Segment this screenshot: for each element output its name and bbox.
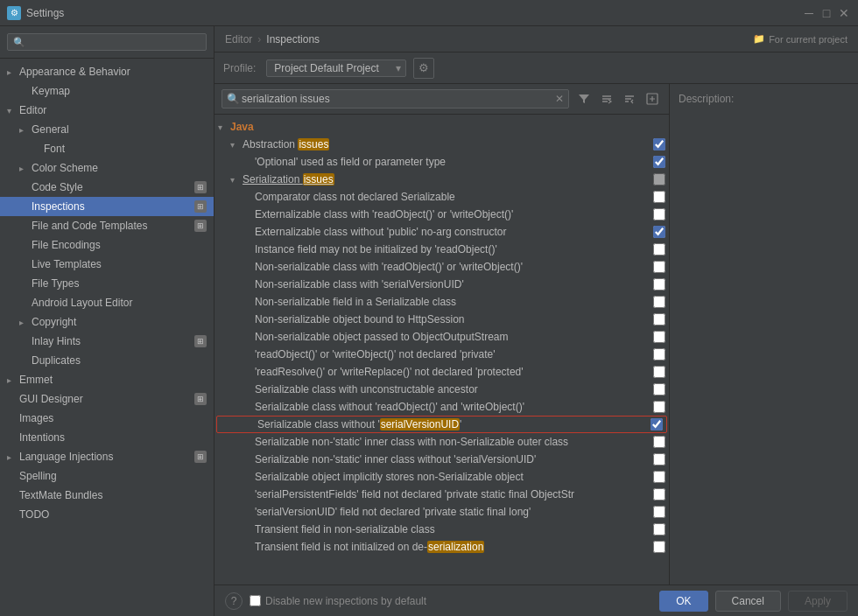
transient-nonser-checkbox[interactable] [653, 523, 665, 536]
sidebar-item-images[interactable]: Images [0, 409, 214, 428]
sidebar-item-duplicates[interactable]: Duplicates [0, 351, 214, 370]
sidebar-item-live-templates[interactable]: Live Templates [0, 255, 214, 274]
nonser-outputstream-row[interactable]: Non-serializable object passed to Object… [214, 328, 669, 346]
disable-new-inspections-checkbox[interactable] [250, 595, 261, 606]
profile-dropdown[interactable]: Project Default Project [266, 60, 406, 77]
sidebar-item-spelling[interactable]: Spelling [0, 466, 214, 486]
sidebar-item-textmate-bundles[interactable]: TextMate Bundles [0, 486, 214, 505]
sidebar-item-appearance[interactable]: ▸ Appearance & Behavior [0, 62, 214, 81]
ser-no-versionuid-checkbox[interactable] [651, 418, 663, 430]
sidebar-item-file-encodings[interactable]: File Encodings [0, 235, 214, 255]
readobject-private-checkbox[interactable] [653, 348, 665, 360]
nonser-bound-row[interactable]: Non-serializable object bound to HttpSes… [214, 311, 669, 328]
help-button[interactable]: ? [225, 592, 243, 610]
externalizable-readobject-row[interactable]: Externalizable class with 'readObject()'… [214, 206, 669, 223]
minimize-button[interactable]: ─ [802, 6, 816, 20]
apply-button[interactable]: Apply [788, 591, 847, 612]
sidebar-item-gui-designer[interactable]: GUI Designer ⊞ [0, 389, 214, 409]
ser-versionuid-long-checkbox[interactable] [653, 506, 665, 518]
filter-button[interactable] [574, 89, 594, 108]
transient-nonser-row[interactable]: Transient field in non-serializable clas… [214, 521, 669, 538]
ser-no-versionuid-row[interactable]: Serializable class without 'serialVersio… [216, 416, 667, 433]
gear-button[interactable]: ⚙ [413, 58, 434, 79]
sidebar-item-keymap[interactable]: Keymap [0, 81, 214, 101]
nonser-readobject-row[interactable]: Non-serializable class with 'readObject(… [214, 258, 669, 276]
optional-checkbox[interactable] [653, 156, 665, 168]
readresolve-protected-checkbox[interactable] [653, 366, 665, 378]
ser-no-readobject-checkbox[interactable] [653, 401, 665, 413]
collapse-all-button[interactable] [620, 89, 639, 108]
ser-nonstatic-inner-outer-row[interactable]: Serializable non-'static' inner class wi… [214, 433, 669, 451]
abstraction-checkbox[interactable] [653, 138, 665, 150]
transient-init-row[interactable]: Transient field is not initialized on de… [214, 538, 669, 556]
sidebar-item-file-code-templates[interactable]: File and Code Templates ⊞ [0, 216, 214, 235]
sidebar-item-inlay-hints[interactable]: Inlay Hints ⊞ [0, 332, 214, 351]
sidebar-item-intentions[interactable]: Intentions [0, 428, 214, 447]
sidebar-item-emmet[interactable]: ▸ Emmet [0, 370, 214, 389]
severity-indicator [635, 225, 649, 239]
ser-nonstatic-inner-outer-checkbox[interactable] [653, 436, 665, 448]
nonser-versionuid-row[interactable]: Non-serializable class with 'serialVersi… [214, 276, 669, 293]
sidebar-item-color-scheme[interactable]: ▸ Color Scheme [0, 158, 214, 178]
ser-unconstructable-checkbox[interactable] [653, 383, 665, 396]
ser-nonstatic-inner2-row[interactable]: Serializable non-'static' inner class wi… [214, 451, 669, 468]
readresolve-protected-row[interactable]: 'readResolve()' or 'writeReplace()' not … [214, 363, 669, 381]
project-icon: 📁 [753, 33, 765, 45]
expand-all-button[interactable] [597, 89, 616, 108]
sidebar-item-file-types[interactable]: File Types [0, 274, 214, 293]
sidebar-item-language-injections[interactable]: ▸ Language Injections ⊞ [0, 447, 214, 466]
nonser-versionuid-label: Non-serializable class with 'serialVersi… [255, 278, 635, 290]
severity-indicator [632, 417, 646, 431]
severity-spacer [635, 522, 649, 536]
readobject-private-row[interactable]: 'readObject()' or 'writeObject()' not de… [214, 346, 669, 363]
nonser-versionuid-checkbox[interactable] [653, 278, 665, 290]
instance-field-checkbox[interactable] [653, 243, 665, 256]
severity-spacer [635, 330, 649, 344]
sidebar-item-code-style[interactable]: Code Style ⊞ [0, 178, 214, 197]
sidebar-search-input[interactable] [7, 33, 207, 51]
sidebar-item-general[interactable]: ▸ General [0, 120, 214, 139]
transient-init-checkbox[interactable] [653, 541, 665, 553]
serialization-group-header[interactable]: ▾ Serialization issues [214, 171, 669, 188]
sidebar-item-font[interactable]: Font [0, 139, 214, 158]
search-clear-button[interactable]: ✕ [555, 93, 564, 105]
externalizable-readobject-checkbox[interactable] [653, 208, 665, 220]
sidebar-item-android-layout-editor[interactable]: Android Layout Editor [0, 293, 214, 312]
optional-field-row[interactable]: 'Optional' used as field or parameter ty… [214, 153, 669, 171]
ser-versionuid-long-row[interactable]: 'serialVersionUID' field not declared 'p… [214, 503, 669, 521]
sidebar-item-copyright[interactable]: ▸ Copyright [0, 312, 214, 332]
sidebar-item-todo[interactable]: TODO [0, 505, 214, 524]
ser-no-readobject-row[interactable]: Serializable class without 'readObject()… [214, 398, 669, 416]
sidebar-item-label: Color Scheme [32, 162, 207, 174]
maximize-button[interactable]: □ [819, 6, 833, 20]
cancel-button[interactable]: Cancel [715, 591, 781, 612]
externalizable-public-row[interactable]: Externalizable class without 'public' no… [214, 223, 669, 241]
ok-button[interactable]: OK [659, 591, 707, 612]
nonser-bound-checkbox[interactable] [653, 313, 665, 326]
toggle-button[interactable] [643, 89, 662, 108]
ser-unconstructable-row[interactable]: Serializable class with unconstructable … [214, 381, 669, 398]
close-button[interactable]: ✕ [837, 6, 851, 20]
nonser-field-row[interactable]: Non-serializable field in a Serializable… [214, 293, 669, 311]
nonser-readobject-checkbox[interactable] [653, 261, 665, 273]
externalizable-public-checkbox[interactable] [653, 226, 665, 238]
comparator-row[interactable]: Comparator class not declared Serializab… [214, 188, 669, 206]
sidebar-search-area [0, 26, 214, 59]
serialization-checkbox[interactable] [653, 173, 665, 186]
severity-spacer [635, 540, 649, 554]
ser-persistent-checkbox[interactable] [653, 488, 665, 500]
java-group-header[interactable]: ▾ Java [214, 118, 669, 136]
ser-implicit-checkbox[interactable] [653, 471, 665, 483]
nonser-field-checkbox[interactable] [653, 296, 665, 308]
ser-persistent-label: 'serialPersistentFields' field not decla… [255, 488, 635, 500]
sidebar-item-inspections[interactable]: Inspections ⊞ [0, 197, 214, 216]
search-input[interactable] [222, 89, 569, 108]
ser-implicit-row[interactable]: Serializable object implicitly stores no… [214, 468, 669, 486]
ser-persistent-row[interactable]: 'serialPersistentFields' field not decla… [214, 486, 669, 503]
sidebar-item-editor[interactable]: ▾ Editor [0, 101, 214, 120]
comparator-checkbox[interactable] [653, 191, 665, 203]
nonser-outputstream-checkbox[interactable] [653, 331, 665, 343]
ser-nonstatic-inner2-checkbox[interactable] [653, 453, 665, 466]
instance-field-row[interactable]: Instance field may not be initialized by… [214, 241, 669, 258]
abstraction-group-header[interactable]: ▾ Abstraction issues [214, 136, 669, 153]
